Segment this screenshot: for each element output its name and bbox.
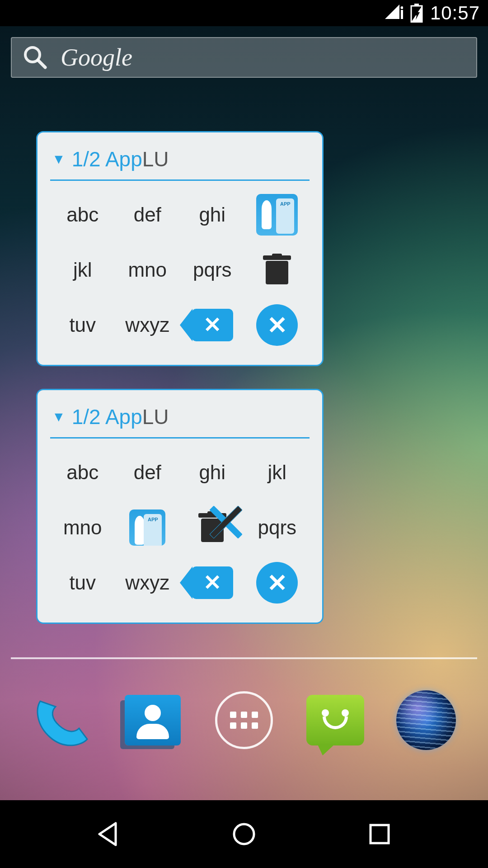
backspace-button[interactable]: ✕ <box>192 562 233 604</box>
key-jkl[interactable]: jkl <box>50 242 115 297</box>
contacts-app[interactable] <box>123 690 183 750</box>
applu-widget-1[interactable]: ▼ 1/2 AppLU abc def ghi jkl mno pqrs tuv… <box>36 131 324 366</box>
svg-point-2 <box>400 6 403 9</box>
widget-title[interactable]: ▼ 1/2 AppLU <box>50 401 310 439</box>
dropdown-icon: ▼ <box>52 409 66 425</box>
status-bar: 10:57 <box>0 0 488 26</box>
key-wxyz[interactable]: wxyz <box>115 297 180 353</box>
browser-app[interactable] <box>396 690 456 750</box>
phone-app[interactable] <box>32 690 92 750</box>
google-search-bar[interactable]: Google <box>11 37 477 78</box>
page-indicator[interactable] <box>11 657 477 659</box>
key-pqrs[interactable]: pqrs <box>180 242 245 297</box>
dropdown-icon: ▼ <box>52 151 66 167</box>
key-tuv[interactable]: tuv <box>50 297 115 353</box>
backspace-button[interactable]: ✕ <box>192 304 233 346</box>
phone-icon <box>32 693 92 747</box>
svg-rect-11 <box>272 254 282 257</box>
signal-icon <box>385 5 403 22</box>
key-abc[interactable]: abc <box>50 187 115 242</box>
svg-point-16 <box>234 824 254 844</box>
messaging-icon <box>306 695 364 745</box>
battery-charging-icon <box>410 4 423 23</box>
widget-title[interactable]: ▼ 1/2 AppLU <box>50 143 310 181</box>
key-ghi[interactable]: ghi <box>180 187 245 242</box>
svg-rect-1 <box>401 10 403 19</box>
key-tuv[interactable]: tuv <box>50 555 115 610</box>
svg-rect-17 <box>371 825 389 843</box>
x-mark-icon[interactable] <box>208 504 244 540</box>
dock <box>0 678 488 762</box>
trash-icon[interactable] <box>256 249 298 291</box>
key-abc[interactable]: abc <box>50 445 115 500</box>
key-jkl[interactable]: jkl <box>245 445 310 500</box>
svg-marker-15 <box>99 823 116 845</box>
back-button[interactable] <box>90 816 127 852</box>
close-button[interactable]: ✕ <box>256 304 298 346</box>
applu-widget-2[interactable]: ▼ 1/2 AppLU abc def ghi jkl mno pqrs tuv… <box>36 389 324 624</box>
messaging-app[interactable] <box>305 690 365 750</box>
key-mno[interactable]: mno <box>50 500 115 555</box>
status-time: 10:57 <box>430 2 480 24</box>
key-def[interactable]: def <box>115 187 180 242</box>
key-mno[interactable]: mno <box>115 242 180 297</box>
apps-launcher[interactable] <box>214 690 274 750</box>
search-icon <box>23 45 48 70</box>
recents-button[interactable] <box>361 816 398 852</box>
globe-icon <box>396 690 456 750</box>
applu-app-icon[interactable] <box>256 194 298 236</box>
applu-app-icon[interactable] <box>129 509 165 546</box>
key-def[interactable]: def <box>115 445 180 500</box>
key-wxyz[interactable]: wxyz <box>115 555 180 610</box>
contacts-icon <box>125 695 181 745</box>
svg-marker-0 <box>385 5 399 19</box>
svg-line-8 <box>38 60 45 67</box>
widget-title-prefix: 1/2 App <box>72 405 142 429</box>
key-ghi[interactable]: ghi <box>180 445 245 500</box>
key-pqrs[interactable]: pqrs <box>245 500 310 555</box>
widget-title-prefix: 1/2 App <box>72 147 142 171</box>
apps-grid-icon <box>215 691 273 749</box>
search-placeholder: Google <box>61 43 132 71</box>
navigation-bar <box>0 800 488 868</box>
svg-rect-9 <box>266 261 288 284</box>
widget-title-suffix: LU <box>142 405 169 429</box>
close-button[interactable]: ✕ <box>256 562 298 604</box>
home-button[interactable] <box>226 816 262 852</box>
widget-title-suffix: LU <box>142 147 169 171</box>
